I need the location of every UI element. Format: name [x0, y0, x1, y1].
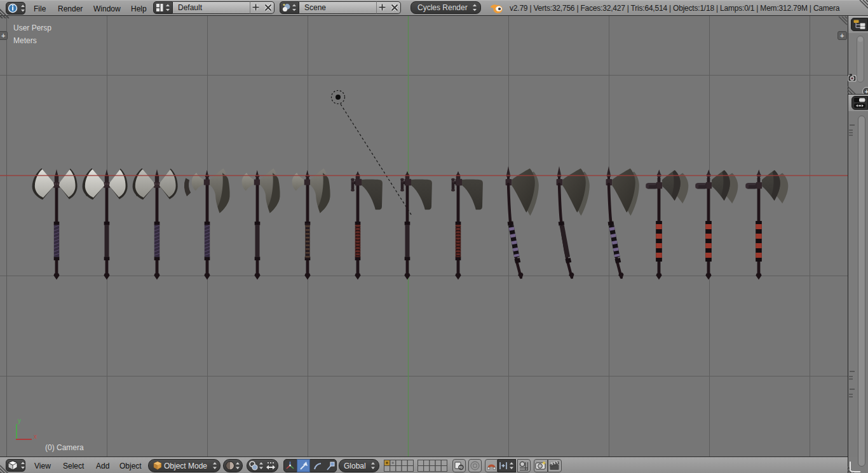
svg-text:x: x — [34, 433, 37, 440]
svg-text:y: y — [18, 417, 21, 424]
